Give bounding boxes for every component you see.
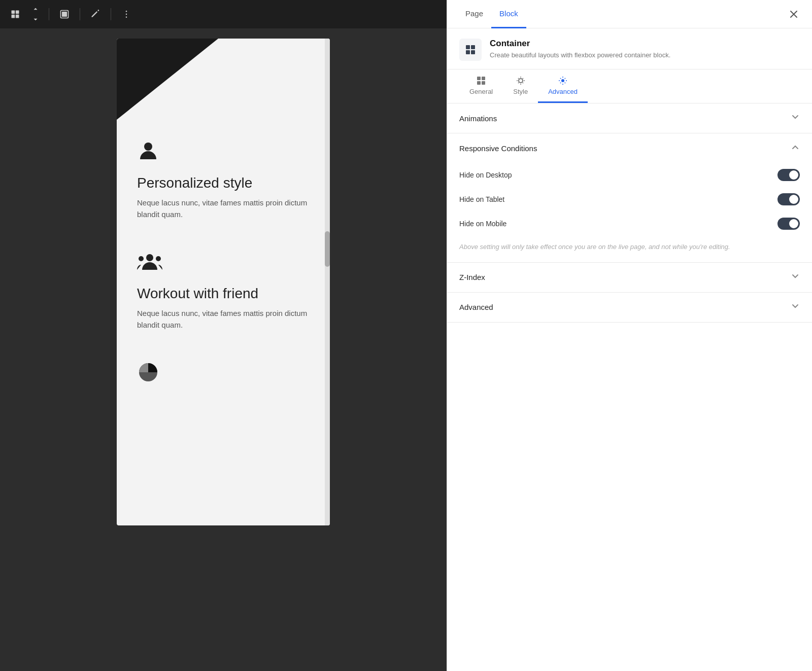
block-title-1: Personalized style bbox=[137, 175, 310, 191]
section-z-index-label: Z-Index bbox=[459, 273, 485, 281]
advanced-chevron-icon bbox=[791, 302, 800, 313]
hide-tablet-label: Hide on Tablet bbox=[459, 195, 504, 203]
svg-rect-0 bbox=[12, 11, 15, 14]
sub-tab-general-label: General bbox=[469, 88, 493, 95]
content-block-2: Workout with friend Neque lacus nunc, vi… bbox=[137, 251, 310, 331]
chart-icon bbox=[137, 361, 310, 388]
responsive-conditions-header[interactable]: Responsive Conditions bbox=[447, 133, 812, 163]
toolbar-divider-3 bbox=[111, 8, 111, 20]
section-responsive-conditions: Responsive Conditions Hide on Desktop Hi… bbox=[447, 133, 812, 263]
block-info: Container Create beautiful layouts with … bbox=[490, 39, 670, 60]
z-index-chevron-icon bbox=[791, 272, 800, 283]
toggle-row-desktop: Hide on Desktop bbox=[447, 163, 812, 187]
toolbar-divider-2 bbox=[80, 8, 80, 20]
block-text-2: Neque lacus nunc, vitae fames mattis pro… bbox=[137, 308, 310, 331]
svg-rect-5 bbox=[62, 12, 67, 17]
svg-rect-19 bbox=[482, 77, 485, 80]
content-block-1: Personalized style Neque lacus nunc, vit… bbox=[137, 140, 310, 220]
svg-point-12 bbox=[156, 256, 161, 261]
svg-rect-16 bbox=[466, 50, 470, 54]
panel-topbar: Page Block bbox=[447, 0, 812, 28]
animations-chevron-icon bbox=[791, 113, 800, 124]
responsive-conditions-label: Responsive Conditions bbox=[459, 144, 537, 153]
section-advanced[interactable]: Advanced bbox=[447, 293, 812, 323]
svg-point-22 bbox=[519, 79, 523, 83]
svg-rect-21 bbox=[482, 81, 485, 85]
svg-rect-15 bbox=[471, 45, 475, 49]
svg-point-9 bbox=[144, 143, 152, 151]
svg-rect-18 bbox=[477, 77, 481, 80]
svg-rect-14 bbox=[466, 45, 470, 49]
block-text-1: Neque lacus nunc, vitae fames mattis pro… bbox=[137, 197, 310, 220]
svg-point-8 bbox=[126, 17, 127, 18]
sub-tab-advanced-label: Advanced bbox=[548, 88, 578, 95]
section-z-index[interactable]: Z-Index bbox=[447, 263, 812, 293]
svg-rect-2 bbox=[12, 15, 15, 18]
block-type-icon bbox=[459, 39, 482, 61]
svg-point-11 bbox=[139, 256, 144, 261]
block-type-description: Create beautiful layouts with flexbox po… bbox=[490, 51, 670, 60]
block-navigator-button[interactable] bbox=[6, 5, 24, 23]
hide-tablet-toggle[interactable] bbox=[777, 193, 800, 205]
toolbar-divider-1 bbox=[49, 8, 49, 20]
corner-decoration bbox=[117, 39, 218, 120]
svg-point-7 bbox=[126, 14, 127, 15]
highlighter-button[interactable] bbox=[86, 5, 105, 23]
content-block-3 bbox=[137, 361, 310, 388]
hide-desktop-toggle[interactable] bbox=[777, 169, 800, 181]
group-icon bbox=[137, 251, 310, 277]
panel-body[interactable]: Animations Responsive Conditions Hide on… bbox=[447, 103, 812, 671]
responsive-conditions-chevron-icon bbox=[791, 143, 800, 154]
select-block-button[interactable] bbox=[55, 5, 74, 23]
sub-tab-advanced[interactable]: Advanced bbox=[538, 69, 588, 103]
sub-tabs: General Style Advanced bbox=[447, 69, 812, 103]
section-advanced-label: Advanced bbox=[459, 303, 493, 311]
svg-point-6 bbox=[126, 11, 127, 12]
scrollbar[interactable] bbox=[325, 39, 330, 525]
responsive-note: Above setting will only take effect once… bbox=[447, 236, 812, 262]
device-frame: Personalized style Neque lacus nunc, vit… bbox=[117, 39, 330, 525]
svg-rect-1 bbox=[16, 11, 19, 14]
right-panel: Page Block Container Create beautiful la… bbox=[447, 0, 812, 671]
svg-rect-17 bbox=[471, 50, 475, 54]
arrow-up-button[interactable] bbox=[28, 5, 43, 14]
arrow-down-button[interactable] bbox=[28, 15, 43, 24]
editor-toolbar bbox=[0, 0, 447, 28]
svg-point-23 bbox=[561, 79, 564, 82]
sub-tab-style-label: Style bbox=[513, 88, 528, 95]
svg-rect-3 bbox=[16, 15, 19, 18]
section-animations-label: Animations bbox=[459, 114, 497, 123]
toggle-row-mobile: Hide on Mobile bbox=[447, 211, 812, 236]
person-icon bbox=[137, 140, 310, 167]
hide-desktop-label: Hide on Desktop bbox=[459, 171, 512, 179]
panel-close-button[interactable] bbox=[786, 6, 802, 22]
block-type-title: Container bbox=[490, 39, 670, 49]
sub-tab-general[interactable]: General bbox=[459, 69, 503, 103]
canvas-area: Personalized style Neque lacus nunc, vit… bbox=[0, 28, 447, 671]
sub-tab-style[interactable]: Style bbox=[503, 69, 538, 103]
hide-mobile-toggle[interactable] bbox=[777, 218, 800, 230]
tab-page[interactable]: Page bbox=[457, 0, 491, 28]
svg-point-10 bbox=[146, 254, 153, 261]
tab-block[interactable]: Block bbox=[491, 0, 526, 28]
svg-rect-20 bbox=[477, 81, 481, 85]
hide-mobile-label: Hide on Mobile bbox=[459, 220, 506, 228]
more-options-button[interactable] bbox=[117, 5, 136, 23]
block-title-2: Workout with friend bbox=[137, 286, 310, 302]
section-animations[interactable]: Animations bbox=[447, 103, 812, 133]
block-header: Container Create beautiful layouts with … bbox=[447, 28, 812, 69]
toggle-row-tablet: Hide on Tablet bbox=[447, 187, 812, 211]
scrollbar-thumb[interactable] bbox=[325, 231, 330, 267]
